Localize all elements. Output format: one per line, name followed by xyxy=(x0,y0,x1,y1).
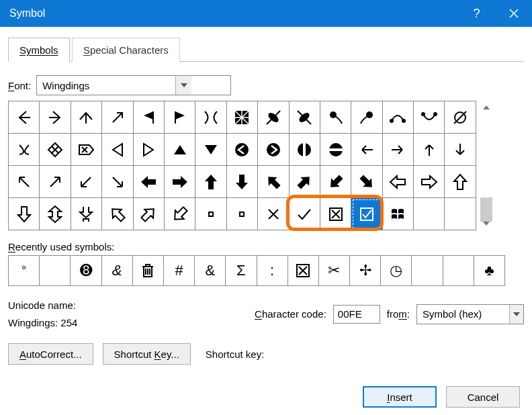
character-code-input[interactable] xyxy=(333,305,380,324)
symbol-x-box-tag[interactable] xyxy=(71,134,101,165)
symbol-x-mark[interactable] xyxy=(258,198,288,230)
scroll-up-icon[interactable] xyxy=(479,101,494,114)
symbol-up-arrow-outline[interactable] xyxy=(71,101,101,133)
tab-symbols[interactable]: Symbols xyxy=(8,38,70,62)
font-combo[interactable] xyxy=(36,75,231,95)
symbol-leaf-loop-2[interactable] xyxy=(351,101,382,133)
symbol-triangle-down-thin[interactable] xyxy=(195,134,226,165)
symbol-arrow-nw[interactable] xyxy=(9,166,39,197)
symbol-arrow-sw-outline[interactable] xyxy=(165,198,195,230)
symbol-x-diamond[interactable] xyxy=(40,134,70,165)
recent-crosshair[interactable]: ✢ xyxy=(350,256,380,285)
recent-clock[interactable]: ◷ xyxy=(381,256,411,285)
recent-trash-can[interactable] xyxy=(133,256,163,285)
recent-ampersand[interactable]: & xyxy=(195,256,225,285)
help-button[interactable]: ? xyxy=(458,0,495,27)
close-button[interactable] xyxy=(495,0,532,27)
symbol-small-square-1[interactable] xyxy=(195,198,226,230)
from-combo[interactable] xyxy=(416,304,524,324)
symbol-arrow-updown-outline[interactable] xyxy=(40,198,70,230)
symbol-arrow-up-bold[interactable] xyxy=(414,134,444,165)
recent-empty[interactable] xyxy=(443,256,474,285)
symbol-up-right-arrow-outline[interactable] xyxy=(102,101,132,133)
symbol-checkmark[interactable] xyxy=(290,198,320,230)
recent-hash[interactable]: # xyxy=(164,256,194,285)
symbol-arrow-nw-heavy[interactable] xyxy=(258,166,288,197)
symbol-forward-arrow-outline[interactable] xyxy=(40,101,70,133)
symbol-leaf-slash[interactable] xyxy=(258,101,288,133)
font-input[interactable] xyxy=(37,76,175,95)
autocorrect-button[interactable]: AutoCorrect... xyxy=(8,343,93,365)
recent-ampersand-script[interactable]: & xyxy=(102,256,132,285)
symbol-arrow-se[interactable] xyxy=(102,166,132,197)
symbol-arrow-down-heavy[interactable] xyxy=(227,166,257,197)
scroll-thumb[interactable] xyxy=(480,197,492,222)
svg-point-8 xyxy=(433,112,437,116)
symbol-arrow-down-bold[interactable] xyxy=(445,134,475,165)
symbol-triangle-right-thin[interactable] xyxy=(134,134,164,165)
symbol-arrow-ne[interactable] xyxy=(40,166,70,197)
recent-club[interactable]: ♣ xyxy=(474,256,504,285)
symbol-back-arrow-outline[interactable] xyxy=(9,101,39,133)
symbol-arrow-up-outline[interactable] xyxy=(445,166,475,197)
shortcut-key-button[interactable]: Shortcut Key... xyxy=(103,343,191,365)
symbol-arrow-left-heavy[interactable] xyxy=(134,166,164,197)
symbol-arrow-right-heavy[interactable] xyxy=(165,166,195,197)
symbol-circle-arrow-right[interactable] xyxy=(258,134,288,165)
recent-empty[interactable] xyxy=(40,256,70,285)
symbol-arrow-right-bold[interactable] xyxy=(383,134,413,165)
cancel-button[interactable]: Cancel xyxy=(446,386,520,408)
recent-scissors[interactable]: ✂ xyxy=(319,256,349,285)
symbol-arrow-ne-heavy[interactable] xyxy=(290,166,320,197)
symbol-check-in-box[interactable] xyxy=(351,198,382,230)
recent-empty[interactable] xyxy=(412,256,442,285)
symbol-arrow-left-bold[interactable] xyxy=(351,134,382,165)
symbol-arrow-ne-outline[interactable] xyxy=(134,198,164,230)
chevron-down-icon[interactable] xyxy=(175,76,191,95)
chevron-down-icon[interactable] xyxy=(509,305,523,324)
symbol-empty[interactable] xyxy=(414,198,444,230)
symbol-x-in-box[interactable] xyxy=(320,198,351,230)
symbol-empty[interactable] xyxy=(445,198,475,230)
symbol-arrow-right-outline[interactable] xyxy=(414,166,444,197)
symbol-triangle-up-thin[interactable] xyxy=(165,134,195,165)
symbol-arrow-nw-outline[interactable] xyxy=(102,198,132,230)
symbol-arrow-sw-heavy[interactable] xyxy=(320,166,351,197)
symbol-circle-split-v[interactable] xyxy=(290,134,320,165)
recent-x-in-box[interactable] xyxy=(288,256,318,285)
symbol-leaf-backslash[interactable] xyxy=(290,101,320,133)
symbol-flag-left[interactable] xyxy=(134,101,164,133)
insert-button[interactable]: Insert xyxy=(363,386,437,408)
symbol-arrow-up-heavy[interactable] xyxy=(195,166,226,197)
recent-degree[interactable]: ° xyxy=(9,256,39,285)
svg-rect-17 xyxy=(240,212,244,216)
symbol-leaf-loop-1[interactable] xyxy=(320,101,351,133)
symbol-circle-arrow-left[interactable] xyxy=(227,134,257,165)
symbol-flag-right[interactable] xyxy=(165,101,195,133)
from-input[interactable] xyxy=(417,305,509,324)
symbol-circle-split-h[interactable] xyxy=(320,134,351,165)
symbol-decorative-square[interactable] xyxy=(227,101,257,133)
recent-eight-ball[interactable]: ➑ xyxy=(71,256,101,285)
symbol-arrow-se-heavy[interactable] xyxy=(351,166,382,197)
symbol-leaf-curl[interactable] xyxy=(383,101,413,133)
symbol-triangle-left-thin[interactable] xyxy=(102,134,132,165)
grid-scrollbar[interactable] xyxy=(479,101,494,230)
symbol-small-square-2[interactable] xyxy=(227,198,257,230)
tab-special-characters[interactable]: Special Characters xyxy=(72,38,180,62)
symbol-arrow-left-outline[interactable] xyxy=(383,166,413,197)
recent-symbols-grid: °➑&#&Σ:✂✢◷♣ xyxy=(8,255,505,286)
svg-rect-16 xyxy=(209,212,213,216)
symbol-arrow-sw[interactable] xyxy=(71,166,101,197)
symbol-loop-cross[interactable] xyxy=(9,134,39,165)
svg-rect-15 xyxy=(329,148,343,151)
recent-sigma[interactable]: Σ xyxy=(226,256,256,285)
symbol-windows-logo[interactable] xyxy=(383,198,413,230)
recent-colon[interactable]: : xyxy=(257,256,287,285)
symbol-arrow-down-outline[interactable] xyxy=(9,198,39,230)
symbol-butterfly-x[interactable] xyxy=(195,101,226,133)
symbol-arrow-split-outline[interactable] xyxy=(71,198,101,230)
symbol-slash-circle[interactable] xyxy=(445,101,475,133)
symbol-ribbon-curl[interactable] xyxy=(414,101,444,133)
unicode-name-label: Unicode name: xyxy=(8,297,77,314)
